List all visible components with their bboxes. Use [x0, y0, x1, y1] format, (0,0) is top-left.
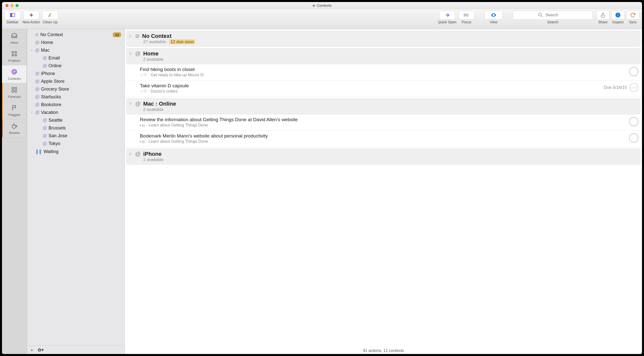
- context-tree-row[interactable]: @Home: [29, 39, 123, 46]
- pause-icon: ❚❚: [35, 149, 42, 154]
- perspective-projects-label: Projects: [9, 59, 20, 62]
- perspective-contexts-label: Contexts: [8, 77, 21, 81]
- titlebar: ◉ Contexts: [2, 2, 369, 9]
- context-tree-row[interactable]: ❚❚Waiting: [29, 148, 123, 156]
- svg-point-18: [12, 54, 14, 56]
- context-tree-row[interactable]: ⊘No Context12: [29, 31, 123, 39]
- context-label: Brussels: [49, 125, 66, 131]
- perspective-review[interactable]: Review: [2, 119, 27, 137]
- perspective-forecast[interactable]: Forecast: [2, 83, 27, 101]
- flag-icon: [11, 104, 18, 112]
- group-subtitle: 1 available: [143, 157, 369, 162]
- main-content: ▷⊘No Context27 available · 12 due soon▽@…: [125, 29, 369, 203]
- context-label: Grocery Store: [41, 87, 69, 92]
- perspective-flagged[interactable]: Flagged: [2, 101, 27, 119]
- at-icon: @: [35, 110, 40, 115]
- at-icon: @: [43, 118, 47, 123]
- context-label: Apple Store: [41, 79, 65, 84]
- at-icon: ⊘: [135, 33, 140, 39]
- context-label: iPhone: [41, 71, 55, 76]
- svg-point-20: [13, 70, 15, 73]
- at-icon: @: [43, 133, 47, 138]
- perspective-inbox-label: Inbox: [10, 41, 18, 44]
- clean-up-button[interactable]: [42, 11, 58, 20]
- body: Inbox Projects Contexts Forecast Flagged…: [2, 29, 369, 203]
- perspective-contexts[interactable]: Contexts: [2, 65, 27, 83]
- context-tree-row[interactable]: @Bookstore: [29, 101, 123, 109]
- context-label: Online: [49, 63, 62, 68]
- group-header[interactable]: ▷⊘No Context27 available · 12 due soon: [126, 31, 369, 47]
- sidebar-label: Sidebar: [7, 20, 19, 24]
- context-label: Mac: [41, 48, 50, 53]
- group-subtitle: 27 available · 12 due soon: [143, 39, 369, 44]
- svg-rect-24: [15, 90, 17, 92]
- disclosure-triangle-icon[interactable]: ▽: [31, 49, 34, 52]
- task-title: Review the information about Getting Thi…: [140, 117, 369, 122]
- context-tree-row[interactable]: @Online: [29, 62, 123, 70]
- group-subtitle: 2 available: [143, 107, 369, 112]
- new-action-button[interactable]: [23, 11, 39, 20]
- context-tree-row[interactable]: @Brussels: [29, 124, 123, 132]
- group-header[interactable]: ▽@Home2 available: [126, 48, 369, 64]
- svg-point-19: [15, 54, 17, 56]
- context-label: Home: [41, 40, 53, 45]
- context-tree-row[interactable]: @Grocery Store: [29, 85, 123, 93]
- inbox-icon: [11, 32, 18, 40]
- forecast-icon: [11, 86, 18, 94]
- context-tree-row[interactable]: ▽@Mac: [29, 46, 123, 54]
- plus-icon: [28, 12, 34, 18]
- parallel-project-icon: ＋▤: [140, 89, 147, 94]
- context-label: Tokyo: [49, 141, 60, 146]
- group-header[interactable]: ▽@iPhone1 available: [126, 149, 369, 165]
- context-tree-row[interactable]: @Seattle: [29, 116, 123, 124]
- sequential-project-icon: ▸▤: [140, 139, 145, 144]
- task-project: ▸▤ · Learn about Getting Things Done: [140, 139, 369, 144]
- at-icon: [11, 68, 18, 76]
- group-title: Home: [143, 50, 158, 57]
- context-tree-row[interactable]: ▽@Vacation: [29, 109, 123, 116]
- task-row[interactable]: Review the information about Getting Thi…: [125, 114, 369, 131]
- group-subtitle: 2 available: [143, 57, 369, 62]
- svg-point-17: [15, 51, 17, 53]
- task-row[interactable]: Bookmark Merlin Mann's website about per…: [125, 131, 369, 147]
- at-icon: @: [135, 101, 141, 107]
- group-toggle-icon[interactable]: ▽: [129, 52, 133, 55]
- sidebar-icon: [10, 12, 16, 18]
- group-toggle-icon[interactable]: ▷: [129, 34, 133, 38]
- perspective-projects[interactable]: Projects: [2, 47, 27, 65]
- perspective-flagged-label: Flagged: [9, 113, 20, 117]
- task-row[interactable]: Take vitamin D capsule＋▤ · Doctor's orde…: [125, 81, 369, 97]
- context-tree-row[interactable]: @San Jose: [29, 132, 123, 140]
- at-icon: @: [35, 94, 40, 100]
- window-title-text: Contexts: [317, 3, 331, 8]
- projects-icon: [11, 50, 18, 58]
- context-tree-row[interactable]: @Tokyo: [29, 140, 123, 148]
- clean-up-label: Clean Up: [43, 20, 57, 24]
- sequential-project-icon: ▸▤: [140, 123, 145, 127]
- at-icon: @: [35, 102, 40, 107]
- broom-icon: [47, 12, 53, 18]
- at-icon: @: [135, 151, 141, 157]
- task-row[interactable]: Find hiking boots in closet＋▤ · Get read…: [125, 64, 369, 81]
- context-tree-row[interactable]: @Starbucks: [29, 93, 123, 101]
- perspective-inbox[interactable]: Inbox: [2, 29, 27, 47]
- no-context-icon: ⊘: [35, 32, 39, 37]
- svg-rect-23: [12, 90, 14, 92]
- context-label: Email: [49, 55, 60, 61]
- context-tree-row[interactable]: @Apple Store: [29, 78, 123, 85]
- perspective-review-label: Review: [9, 131, 20, 135]
- group-toggle-icon[interactable]: ▽: [129, 152, 133, 156]
- sidebar-button[interactable]: [5, 11, 21, 20]
- context-tree-row[interactable]: @Email: [29, 54, 123, 62]
- group-header[interactable]: ▽@Mac : Online2 available: [126, 98, 369, 114]
- group-toggle-icon[interactable]: ▽: [129, 102, 133, 106]
- app-window: ◉ Contexts Sidebar New Action Clean Up Q…: [2, 2, 369, 203]
- perspective-forecast-label: Forecast: [8, 95, 21, 99]
- toolbar: Sidebar New Action Clean Up Quick Open F…: [2, 9, 369, 29]
- at-icon: @: [35, 79, 40, 84]
- context-tree-row[interactable]: @iPhone: [29, 70, 123, 78]
- at-icon: @: [135, 50, 141, 57]
- task-project: ▸▤ · Learn about Getting Things Done: [140, 123, 369, 127]
- cup-icon: [11, 122, 18, 130]
- disclosure-triangle-icon[interactable]: ▽: [31, 111, 34, 114]
